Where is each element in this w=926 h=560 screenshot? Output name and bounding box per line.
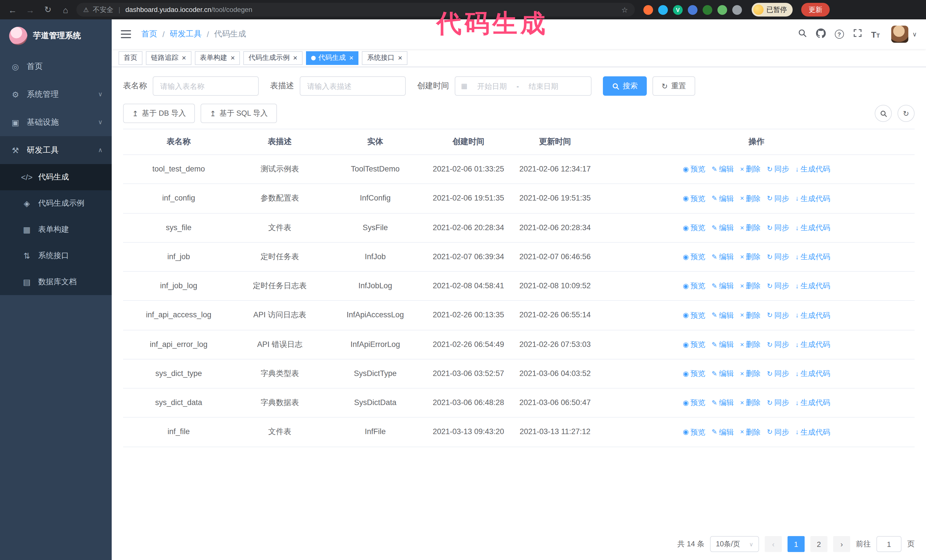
home-icon[interactable]: ⌂	[59, 3, 73, 17]
table-row[interactable]: inf_file 文件表 InfFile 2021-03-13 09:43:20…	[123, 418, 915, 447]
action-edit[interactable]: ✎编辑	[711, 368, 734, 379]
action-preview[interactable]: ◉预览	[683, 193, 705, 204]
refresh-button[interactable]: ↻	[897, 105, 915, 122]
action-sync[interactable]: ↻同步	[767, 339, 789, 350]
action-delete[interactable]: ×删除	[740, 309, 761, 321]
page-size-select[interactable]: 10条/页 ∨	[710, 536, 759, 552]
extension-drop-icon[interactable]	[658, 5, 668, 15]
profile-paused-chip[interactable]: 已暂停	[752, 3, 793, 17]
import-db-button[interactable]: ↥ 基于 DB 导入	[123, 104, 195, 123]
view-tab[interactable]: 表单构建×	[195, 51, 240, 65]
action-generate-code[interactable]: ↓生成代码	[796, 164, 830, 175]
action-preview[interactable]: ◉预览	[683, 281, 705, 292]
breadcrumb-item[interactable]: 首页	[141, 29, 157, 39]
extension-v-icon[interactable]: V	[673, 5, 683, 15]
action-preview[interactable]: ◉预览	[683, 309, 705, 321]
date-range-picker[interactable]: ▦ -	[455, 76, 592, 96]
action-generate-code[interactable]: ↓生成代码	[796, 339, 830, 350]
table-row[interactable]: inf_job_log 定时任务日志表 InfJobLog 2021-02-08…	[123, 272, 915, 301]
action-delete[interactable]: ×删除	[740, 368, 761, 379]
action-generate-code[interactable]: ↓生成代码	[796, 309, 830, 321]
table-row[interactable]: inf_job 定时任务表 InfJob 2021-02-07 06:39:34…	[123, 242, 915, 272]
close-icon[interactable]: ×	[349, 54, 354, 62]
breadcrumb-item[interactable]: 研发工具	[170, 29, 202, 39]
action-generate-code[interactable]: ↓生成代码	[796, 281, 830, 292]
action-generate-code[interactable]: ↓生成代码	[796, 397, 830, 409]
sidebar-item-首页[interactable]: ◎首页	[0, 53, 112, 80]
action-preview[interactable]: ◉预览	[683, 397, 705, 409]
action-edit[interactable]: ✎编辑	[711, 426, 734, 438]
view-tab[interactable]: 链路追踪×	[146, 51, 191, 65]
sidebar-subitem-system-api[interactable]: ⇅系统接口	[0, 243, 112, 269]
close-icon[interactable]: ×	[182, 54, 186, 62]
table-row[interactable]: sys_file 文件表 SysFile 2021-02-06 20:28:34…	[123, 213, 915, 242]
table-desc-input[interactable]	[300, 76, 406, 96]
view-tab[interactable]: 代码生成示例×	[243, 51, 302, 65]
extension-tag-icon[interactable]	[703, 5, 712, 15]
close-icon[interactable]: ×	[230, 54, 235, 62]
action-delete[interactable]: ×删除	[740, 397, 761, 409]
page-button-1[interactable]: 1	[788, 536, 805, 552]
sidebar-item-系统管理[interactable]: ⚙系统管理∨	[0, 80, 112, 108]
table-row[interactable]: tool_test_demo 测试示例表 ToolTestDemo 2021-0…	[123, 155, 915, 184]
import-sql-button[interactable]: ↥ 基于 SQL 导入	[201, 104, 277, 123]
breadcrumb-item[interactable]: 代码生成	[214, 29, 246, 39]
table-row[interactable]: sys_dict_data 字典数据表 SysDictData 2021-03-…	[123, 388, 915, 418]
view-tab[interactable]: 代码生成×	[306, 51, 359, 65]
action-edit[interactable]: ✎编辑	[711, 193, 734, 204]
action-sync[interactable]: ↻同步	[767, 368, 789, 379]
action-sync[interactable]: ↻同步	[767, 251, 789, 262]
goto-page-input[interactable]	[876, 536, 902, 552]
action-sync[interactable]: ↻同步	[767, 397, 789, 409]
close-icon[interactable]: ×	[398, 54, 402, 62]
forward-icon[interactable]: →	[23, 3, 37, 17]
action-sync[interactable]: ↻同步	[767, 309, 789, 321]
sidebar-subitem-db-doc[interactable]: ▤数据库文档	[0, 269, 112, 295]
font-size-icon[interactable]: TT	[871, 29, 880, 39]
table-row[interactable]: inf_config 参数配置表 InfConfig 2021-02-06 19…	[123, 184, 915, 213]
action-edit[interactable]: ✎编辑	[711, 164, 734, 175]
table-row[interactable]: sys_dict_type 字典类型表 SysDictType 2021-03-…	[123, 359, 915, 388]
extension-puzzle-icon[interactable]	[732, 5, 742, 15]
view-tab[interactable]: 首页	[118, 51, 142, 65]
hamburger-icon[interactable]	[121, 30, 131, 39]
close-icon[interactable]: ×	[293, 54, 297, 62]
action-delete[interactable]: ×删除	[740, 251, 761, 262]
browser-update-button[interactable]: 更新	[801, 3, 830, 17]
extension-people-icon[interactable]	[688, 5, 698, 15]
action-sync[interactable]: ↻同步	[767, 222, 789, 233]
start-date-input[interactable]	[470, 82, 514, 90]
sidebar-subitem-form-builder[interactable]: ▦表单构建	[0, 216, 112, 243]
action-generate-code[interactable]: ↓生成代码	[796, 368, 830, 379]
action-preview[interactable]: ◉预览	[683, 251, 705, 262]
bookmark-star-icon[interactable]: ☆	[622, 5, 628, 14]
back-icon[interactable]: ←	[6, 3, 20, 17]
action-preview[interactable]: ◉预览	[683, 368, 705, 379]
end-date-input[interactable]	[521, 82, 566, 90]
table-row[interactable]: inf_api_access_log API 访问日志表 InfApiAcces…	[123, 301, 915, 330]
action-generate-code[interactable]: ↓生成代码	[796, 251, 830, 262]
table-name-input[interactable]	[153, 76, 259, 96]
search-icon[interactable]	[797, 29, 806, 40]
search-button[interactable]: 搜索	[603, 76, 647, 96]
sidebar-item-基础设施[interactable]: ▣基础设施∨	[0, 108, 112, 136]
user-menu[interactable]: ∨	[891, 26, 917, 43]
action-edit[interactable]: ✎编辑	[711, 397, 734, 409]
action-preview[interactable]: ◉预览	[683, 164, 705, 175]
reload-icon[interactable]: ↻	[41, 3, 55, 17]
action-edit[interactable]: ✎编辑	[711, 309, 734, 321]
action-delete[interactable]: ×删除	[740, 281, 761, 292]
action-preview[interactable]: ◉预览	[683, 426, 705, 438]
sidebar-subitem-code-generation[interactable]: </>代码生成	[0, 164, 112, 190]
action-sync[interactable]: ↻同步	[767, 426, 789, 438]
extension-leaf-icon[interactable]	[717, 5, 727, 15]
action-sync[interactable]: ↻同步	[767, 193, 789, 204]
action-edit[interactable]: ✎编辑	[711, 251, 734, 262]
action-sync[interactable]: ↻同步	[767, 281, 789, 292]
action-preview[interactable]: ◉预览	[683, 222, 705, 233]
help-icon[interactable]: ?	[835, 30, 844, 39]
action-delete[interactable]: ×删除	[740, 193, 761, 204]
prev-page-button[interactable]: ‹	[765, 536, 782, 552]
reset-button[interactable]: ↻ 重置	[652, 76, 695, 96]
action-delete[interactable]: ×删除	[740, 164, 761, 175]
